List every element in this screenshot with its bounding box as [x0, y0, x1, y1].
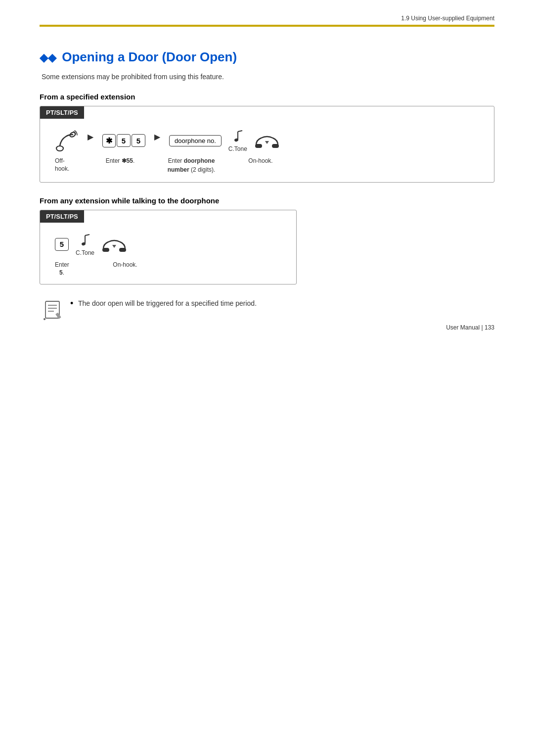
svg-rect-11 — [102, 248, 109, 252]
onhook2-item — [101, 235, 127, 254]
note-section: • The door open will be triggered for a … — [42, 298, 494, 321]
diamond-icon: ◆◆ — [40, 51, 56, 64]
offhook-icon — [55, 130, 79, 151]
gold-divider — [40, 26, 494, 27]
section2-badge: PT/SLT/PS — [40, 210, 84, 223]
arrow2: ▶ — [154, 132, 160, 142]
note-text-block: • The door open will be triggered for a … — [70, 298, 257, 309]
offhook-item — [55, 130, 79, 151]
page-title-block: ◆◆ Opening a Door (Door Open) — [40, 49, 494, 65]
subtitle: Some extensions may be prohibited from u… — [42, 73, 494, 81]
key-5: 5 — [55, 238, 69, 251]
ctone2-item: C.Tone — [76, 233, 94, 256]
onhook-item — [254, 131, 280, 150]
section2-step-row: 5 C.Tone — [55, 233, 281, 256]
footer-text: User Manual | 133 — [446, 324, 494, 331]
page-title: ◆◆ Opening a Door (Door Open) — [40, 49, 494, 65]
svg-rect-5 — [255, 144, 262, 148]
ctone-item: C.Tone — [228, 129, 247, 152]
label-enter55: Enter ✱55. — [100, 156, 140, 164]
ctone2-icon — [79, 233, 91, 246]
doorphone-btn: doorphone no. — [169, 135, 222, 146]
section2-box: PT/SLT/PS 5 C.Tone — [40, 210, 297, 284]
section1-badge: PT/SLT/PS — [40, 106, 84, 119]
label-doorphone: Enter doorphonenumber (2 digits). — [162, 156, 221, 174]
key-group-item: ✱ 5 5 — [102, 134, 145, 147]
section1-labels-row: Off-hook. Enter ✱55. Enter doorphonenumb… — [55, 156, 479, 174]
section-header: 1.9 Using User-supplied Equipment — [40, 15, 494, 26]
key-5b: 5 — [132, 134, 145, 147]
ctone2-label: C.Tone — [76, 249, 94, 256]
svg-line-9 — [85, 235, 89, 236]
ctone-label: C.Tone — [228, 145, 247, 152]
note-text: The door open will be triggered for a sp… — [78, 298, 257, 307]
section1-box: PT/SLT/PS ▶ — [40, 106, 494, 183]
section-title: 1.9 Using User-supplied Equipment — [401, 15, 494, 22]
section2-heading: From any extension while talking to the … — [40, 196, 494, 205]
section2-body: 5 C.Tone — [40, 223, 296, 284]
svg-rect-6 — [272, 144, 279, 148]
key-star: ✱ — [102, 134, 116, 147]
section1-heading: From a specified extension — [40, 93, 494, 101]
key-5a: 5 — [117, 134, 131, 147]
onhook2-icon — [101, 235, 127, 254]
label-offhook: Off-hook. — [55, 156, 79, 172]
svg-point-19 — [44, 318, 45, 320]
section1-body: ▶ ✱ 5 5 ▶ doorphone no. — [40, 119, 494, 182]
page-container: 1.9 Using User-supplied Equipment ◆◆ Ope… — [0, 0, 534, 351]
section2-labels-row: Enter 5. On-hook. — [55, 260, 281, 276]
ctone-icon — [231, 129, 244, 142]
section1-step-row: ▶ ✱ 5 5 ▶ doorphone no. — [55, 129, 479, 152]
svg-line-3 — [238, 131, 242, 132]
svg-rect-12 — [119, 248, 126, 252]
label-onhook1: On-hook. — [248, 156, 273, 164]
arrow1: ▶ — [88, 132, 93, 142]
label-onhook2: On-hook. — [112, 260, 138, 268]
key5-item: 5 — [55, 238, 69, 251]
key-group: ✱ 5 5 — [102, 134, 145, 147]
svg-marker-13 — [112, 245, 116, 248]
svg-point-0 — [56, 146, 63, 151]
svg-marker-7 — [265, 141, 269, 144]
label-enter5: Enter 5. — [55, 260, 69, 276]
onhook-icon — [254, 131, 280, 150]
page-footer: User Manual | 133 — [446, 324, 494, 331]
note-doc-icon — [42, 299, 63, 321]
bullet-dot: • — [70, 298, 73, 308]
doorphone-item: doorphone no. — [169, 135, 222, 146]
